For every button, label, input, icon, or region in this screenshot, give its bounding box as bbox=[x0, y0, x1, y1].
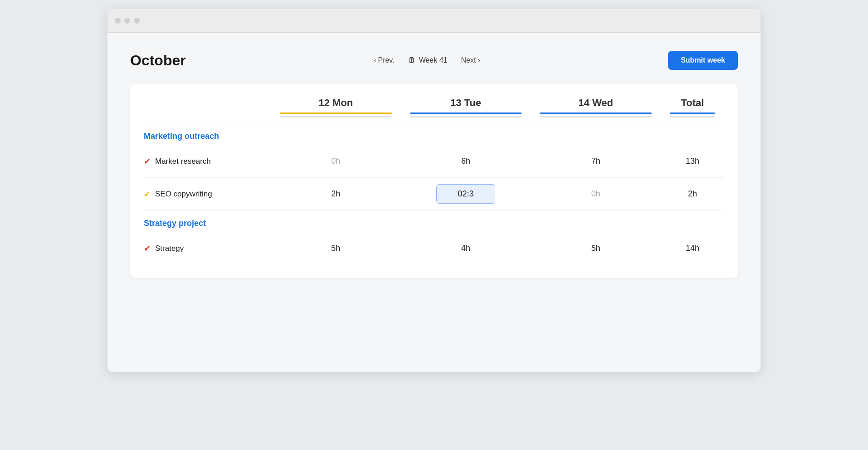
col-tue-underline-bg bbox=[410, 116, 522, 117]
time-input-seo-tue[interactable] bbox=[436, 184, 495, 204]
time-cell-strategy-mon[interactable]: 5h bbox=[271, 244, 401, 253]
time-cell-market-research-mon[interactable]: 0h bbox=[271, 157, 401, 166]
col-mon-underline bbox=[280, 112, 392, 114]
grid-header: 12 Mon 13 Tue 14 Wed Total bbox=[144, 93, 724, 123]
time-cell-seo-tue[interactable] bbox=[401, 184, 531, 204]
dot-green bbox=[134, 18, 140, 24]
prev-label: Prev. bbox=[378, 56, 394, 64]
time-cell-market-research-wed[interactable]: 7h bbox=[531, 157, 661, 166]
time-cell-strategy-total: 14h bbox=[661, 244, 724, 253]
time-cell-strategy-tue[interactable]: 4h bbox=[401, 244, 531, 253]
col-wed-underline bbox=[540, 112, 652, 114]
col-header-wed: 14 Wed bbox=[531, 97, 661, 123]
col-total-underline bbox=[670, 112, 715, 114]
dot-yellow bbox=[124, 18, 130, 24]
col-wed-underline-bg bbox=[540, 116, 652, 117]
top-bar: October ‹ Prev. 🗓 Week 41 Next › Submit … bbox=[130, 51, 738, 70]
col-header-total: Total bbox=[661, 97, 724, 123]
col-header-tue: 13 Tue bbox=[401, 97, 531, 123]
time-cell-seo-total: 2h bbox=[661, 189, 724, 199]
week-label: 🗓 Week 41 bbox=[408, 56, 448, 64]
week-label-text: Week 41 bbox=[419, 56, 448, 64]
check-icon-red: ✔ bbox=[144, 157, 151, 166]
content-area: October ‹ Prev. 🗓 Week 41 Next › Submit … bbox=[107, 33, 761, 296]
chevron-right-icon: › bbox=[478, 56, 480, 64]
task-name-market-research: Market research bbox=[155, 157, 211, 166]
table-row: ✔ SEO copywriting 2h 0h 2h bbox=[144, 177, 724, 210]
task-name-cell-seo-copywriting: ✔ SEO copywriting bbox=[144, 182, 271, 206]
task-name-seo-copywriting: SEO copywriting bbox=[155, 190, 212, 199]
task-name-strategy: Strategy bbox=[155, 244, 184, 253]
timesheet-card: 12 Mon 13 Tue 14 Wed Total bbox=[130, 83, 738, 278]
task-name-cell-market-research: ✔ Market research bbox=[144, 149, 271, 174]
time-cell-strategy-wed[interactable]: 5h bbox=[531, 244, 661, 253]
task-name-cell-strategy: ✔ Strategy bbox=[144, 236, 271, 261]
check-icon-yellow: ✔ bbox=[144, 189, 151, 199]
col-total-underline-bg bbox=[670, 116, 715, 117]
col-tue-label: 13 Tue bbox=[401, 97, 531, 109]
time-cell-seo-wed[interactable]: 0h bbox=[531, 189, 661, 199]
next-button[interactable]: Next › bbox=[456, 54, 484, 67]
time-cell-market-research-tue[interactable]: 6h bbox=[401, 157, 531, 166]
prev-button[interactable]: ‹ Prev. bbox=[369, 54, 399, 67]
empty-col-header bbox=[144, 97, 271, 123]
calendar-icon: 🗓 bbox=[408, 56, 415, 64]
section-strategy-title: Strategy project bbox=[144, 219, 206, 228]
page-title: October bbox=[130, 52, 186, 69]
table-row: ✔ Strategy 5h 4h 5h 14h bbox=[144, 232, 724, 264]
col-total-label: Total bbox=[661, 97, 724, 109]
app-window: October ‹ Prev. 🗓 Week 41 Next › Submit … bbox=[107, 9, 761, 372]
col-header-mon: 12 Mon bbox=[271, 97, 401, 123]
col-wed-label: 14 Wed bbox=[531, 97, 661, 109]
col-mon-label: 12 Mon bbox=[271, 97, 401, 109]
check-icon-red-strategy: ✔ bbox=[144, 244, 151, 254]
submit-week-button[interactable]: Submit week bbox=[668, 51, 738, 70]
col-tue-underline bbox=[410, 112, 522, 114]
chevron-left-icon: ‹ bbox=[374, 56, 376, 64]
nav-controls: ‹ Prev. 🗓 Week 41 Next › bbox=[369, 54, 485, 67]
time-cell-seo-mon[interactable]: 2h bbox=[271, 189, 401, 199]
dot-red bbox=[115, 18, 121, 24]
section-marketing-outreach: Marketing outreach bbox=[144, 123, 724, 145]
col-mon-underline-bg bbox=[280, 116, 392, 117]
section-strategy-project: Strategy project bbox=[144, 210, 724, 232]
time-cell-market-research-total: 13h bbox=[661, 157, 724, 166]
section-marketing-title: Marketing outreach bbox=[144, 132, 219, 141]
table-row: ✔ Market research 0h 6h 7h 13h bbox=[144, 145, 724, 177]
titlebar bbox=[107, 9, 761, 33]
next-label: Next bbox=[461, 56, 476, 64]
